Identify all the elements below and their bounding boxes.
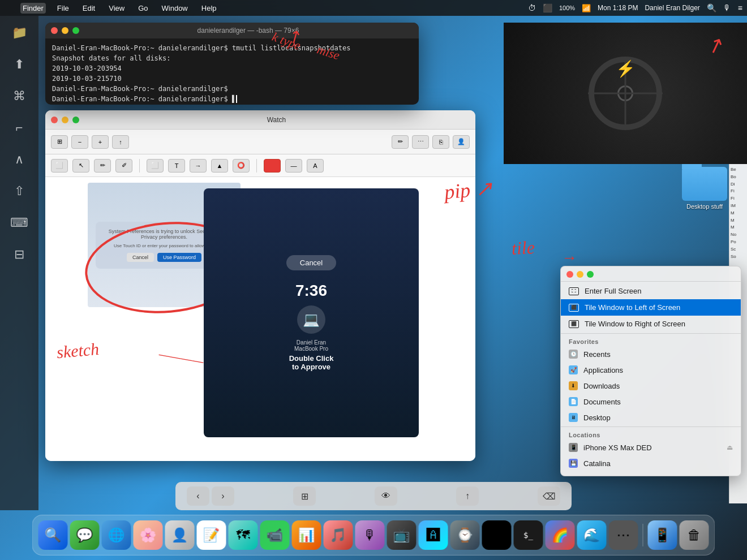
menubar-edit[interactable]: Edit <box>80 3 97 14</box>
menubar-left: Finder File Edit View Go Window Help <box>5 3 219 14</box>
screen-icon[interactable]: ⬛ <box>543 3 552 12</box>
sketch-close-button[interactable] <box>51 117 58 123</box>
toolbar-copy[interactable]: ⎘ <box>432 135 449 149</box>
menubar-finder[interactable]: Finder <box>20 3 46 14</box>
dock-iina[interactable]: ▶ <box>482 520 512 550</box>
secondary-cursor[interactable]: ↖ <box>72 159 89 173</box>
sidebar-icon-keyboard[interactable]: ⌨ <box>9 213 29 233</box>
toolbar-zoom-fit[interactable]: ⊞ <box>51 135 68 149</box>
toolbar-share[interactable]: ↑ <box>112 135 129 149</box>
dock-contacts[interactable]: 👤 <box>165 520 195 550</box>
sidebar-icon-upload[interactable]: ⬆ <box>9 54 29 75</box>
menu-enter-full-screen[interactable]: ⛶ Enter Full Screen <box>561 283 741 299</box>
menu-tile-left[interactable]: ⬛ Tile Window to Left of Screen <box>561 299 741 316</box>
wifi-icon[interactable]: 📶 <box>582 4 591 12</box>
apple-menu[interactable] <box>5 7 9 9</box>
battery-icon[interactable]: 100% <box>559 5 575 11</box>
dock-maps[interactable]: 🗺 <box>229 520 258 550</box>
menu-catalina[interactable]: 💾 Catalina <box>561 455 741 471</box>
secondary-text[interactable]: T <box>168 159 185 173</box>
secondary-select[interactable]: ⬜ <box>51 159 68 173</box>
secondary-color-red[interactable] <box>264 159 281 173</box>
sidebar-icon-finder[interactable]: 📁 <box>9 23 29 43</box>
secondary-stroke[interactable]: — <box>285 159 302 173</box>
grid-view-button[interactable]: ⊞ <box>293 486 316 506</box>
secondary-font[interactable]: A <box>307 159 324 173</box>
menu-locations-header: Locations <box>561 428 741 440</box>
menu-desktop[interactable]: 🖥 Desktop <box>561 410 741 425</box>
sketch-zoom-button[interactable] <box>72 117 79 123</box>
dock-chrome[interactable]: 🌈 <box>546 520 575 550</box>
eye-button[interactable]: 👁 <box>375 486 397 506</box>
dock-finder[interactable]: 🔍 <box>38 520 68 550</box>
forward-button[interactable]: › <box>212 486 234 506</box>
dock-keynote[interactable]: 📊 <box>292 520 321 550</box>
dock-messages[interactable]: 💬 <box>70 520 100 550</box>
toolbar-more[interactable]: ⋯ <box>412 135 429 149</box>
delete-button[interactable]: ⌫ <box>538 486 560 506</box>
desktop-folder[interactable]: Desktop stuff <box>676 167 733 210</box>
dock-trash[interactable]: 🗑 <box>680 520 709 550</box>
menubar-view[interactable]: View <box>106 3 127 14</box>
toolbar-person[interactable]: 👤 <box>453 135 470 149</box>
sidebar-icon-upload2[interactable]: ⇧ <box>9 181 29 201</box>
secondary-pen[interactable]: ✏ <box>94 159 111 173</box>
left-sidebar: 📁 ⬆ ⌘ ⌐ ∧ ⇧ ⌨ ⊟ <box>0 16 38 510</box>
secondary-arrow[interactable]: → <box>190 159 207 173</box>
dock-safari[interactable]: 🌐 <box>102 520 131 550</box>
menu-downloads[interactable]: ⬇ Downloads <box>561 378 741 394</box>
dock-safari2[interactable]: 🌊 <box>577 520 607 550</box>
dock-music[interactable]: 🎵 <box>324 520 353 550</box>
terminal-close-button[interactable] <box>51 27 58 34</box>
toolbar-edit[interactable]: ✏ <box>392 135 409 149</box>
menu-documents[interactable]: 📄 Documents <box>561 394 741 410</box>
dock-watchapp[interactable]: ⌚ <box>450 520 480 550</box>
notifications-icon[interactable]: ≡ <box>738 3 742 12</box>
toolbar-zoom-out[interactable]: − <box>71 135 88 149</box>
menu-applications[interactable]: 🚀 Applications <box>561 362 741 378</box>
sketch-title: Watch <box>83 116 470 124</box>
dock-tv[interactable]: 📺 <box>387 520 417 550</box>
dock-terminal[interactable]: $_ <box>514 520 543 550</box>
sidebar-icon-command[interactable]: ⌘ <box>9 86 29 106</box>
menu-recents[interactable]: 🕒 Recents <box>561 346 741 362</box>
menu-zoom-button[interactable] <box>587 271 594 278</box>
dock-podcasts[interactable]: 🎙 <box>355 520 385 550</box>
sidebar-icon-collapse[interactable]: ∧ <box>9 149 29 170</box>
sidebar-icon-tools[interactable]: ⌐ <box>9 118 29 138</box>
menubar-help[interactable]: Help <box>199 3 219 14</box>
terminal-minimize-button[interactable] <box>62 27 68 34</box>
secondary-pencil[interactable]: ✐ <box>115 159 132 173</box>
terminal-zoom-button[interactable] <box>72 27 79 34</box>
menu-iphone[interactable]: 📱 iPhone XS Max DED ⏏ <box>561 440 741 455</box>
sketch-minimize-button[interactable] <box>62 117 68 123</box>
secondary-lasso[interactable]: ⭕ <box>233 159 250 173</box>
sidebar-icon-block[interactable]: ⊟ <box>9 244 29 265</box>
menu-minimize-button[interactable] <box>577 271 583 278</box>
right-label-be: Be <box>731 166 746 174</box>
toolbar-zoom-in[interactable]: + <box>92 135 109 149</box>
menubar-go[interactable]: Go <box>136 3 150 14</box>
time-machine-icon[interactable]: ⏱ <box>528 3 536 12</box>
menubar-file[interactable]: File <box>55 3 71 14</box>
datetime[interactable]: Mon 1:18 PM <box>598 4 638 12</box>
secondary-shape[interactable]: ⬜ <box>147 159 164 173</box>
menu-tile-right[interactable]: ⬛ Tile Window to Right of Screen <box>561 316 741 332</box>
watch-instruction: Double Clickto Approve <box>286 354 336 371</box>
secondary-highlight[interactable]: ▲ <box>211 159 228 173</box>
siri-icon[interactable]: 🎙 <box>723 3 731 12</box>
share-button[interactable]: ↑ <box>456 486 479 506</box>
menubar-window[interactable]: Window <box>160 3 190 14</box>
back-button[interactable]: ‹ <box>187 486 209 506</box>
sketch-canvas[interactable]: System Preferences is trying to unlock S… <box>45 177 475 461</box>
dock-more[interactable]: ⋯ <box>609 520 638 550</box>
terminal-content[interactable]: Daniel-Eran-MacBook-Pro:~ danielerandilg… <box>45 38 419 105</box>
dock-photos[interactable]: 🌸 <box>134 520 163 550</box>
user-name[interactable]: Daniel Eran Dilger <box>645 4 699 12</box>
dock-notes[interactable]: 📝 <box>197 520 226 550</box>
dock-facetime[interactable]: 📹 <box>260 520 290 550</box>
search-icon[interactable]: 🔍 <box>707 3 716 12</box>
dock-appstore[interactable]: 🅰 <box>419 520 448 550</box>
menu-close-button[interactable] <box>566 271 573 278</box>
dock-iphone[interactable]: 📱 <box>648 520 677 550</box>
